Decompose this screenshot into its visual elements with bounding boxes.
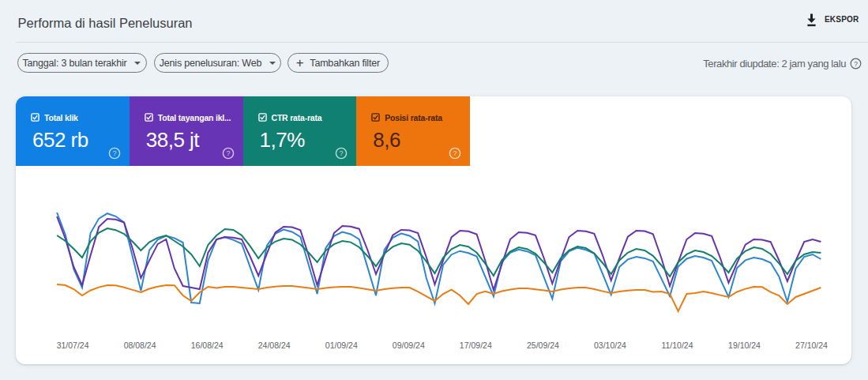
- svg-text:?: ?: [854, 59, 858, 67]
- svg-text:?: ?: [226, 149, 230, 157]
- svg-text:?: ?: [453, 149, 457, 157]
- svg-text:?: ?: [340, 149, 344, 157]
- svg-text:?: ?: [112, 149, 116, 157]
